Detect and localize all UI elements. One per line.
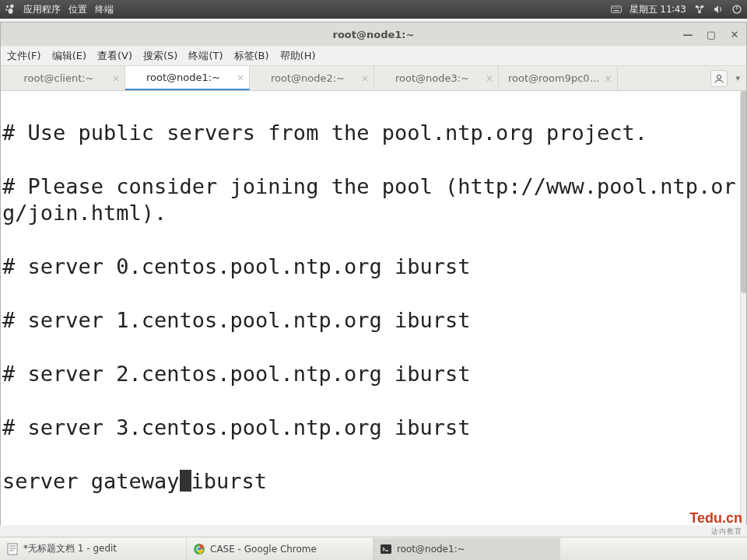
task-chrome[interactable]: CASE - Google Chrome: [187, 538, 374, 560]
svg-point-12: [698, 11, 701, 14]
term-line: # server 0.centos.pool.ntp.org iburst: [2, 254, 745, 281]
svg-rect-23: [381, 544, 391, 554]
svg-point-3: [9, 9, 13, 14]
svg-point-1: [6, 5, 9, 8]
task-label: CASE - Google Chrome: [210, 544, 317, 555]
tab-node1[interactable]: root@node1:~ ×: [125, 66, 250, 90]
menu-tabs[interactable]: 标签(B): [234, 49, 269, 63]
system-tray: 星期五 11∶43: [611, 3, 742, 16]
profile-icon[interactable]: [710, 70, 728, 87]
close-icon[interactable]: ×: [361, 73, 369, 84]
svg-rect-8: [618, 8, 619, 9]
tab-label: root@room9pc0…: [508, 72, 600, 84]
close-icon[interactable]: ×: [112, 73, 120, 84]
task-gedit[interactable]: *无标题文档 1 - gedit: [0, 538, 187, 560]
watermark: Tedu.cn 达内教育: [689, 510, 742, 537]
chevron-down-icon[interactable]: ▾: [735, 73, 740, 83]
power-icon[interactable]: [731, 4, 742, 15]
svg-rect-9: [613, 10, 619, 11]
term-line: # server 1.centos.pool.ntp.org iburst: [2, 307, 745, 334]
menu-edit[interactable]: 编辑(E): [52, 49, 86, 63]
term-line-cursor: server gatewayiburst: [2, 468, 745, 495]
panel-menu-apps[interactable]: 应用程序: [23, 3, 61, 16]
gedit-icon: [6, 543, 19, 555]
panel-clock[interactable]: 星期五 11∶43: [630, 3, 686, 16]
tab-label: root@node3:~: [395, 72, 469, 84]
term-line: # Use public servers from the pool.ntp.o…: [2, 120, 745, 147]
close-button[interactable]: ✕: [726, 26, 743, 43]
svg-rect-7: [616, 8, 617, 9]
window-title: root@node1:~: [1, 29, 746, 40]
tab-client[interactable]: root@client:~ ×: [1, 66, 125, 90]
terminal-content: # Use public servers from the pool.ntp.o…: [1, 91, 746, 525]
term-line: cmdallow 127.0.0.1 .: [2, 522, 745, 525]
scrollbar[interactable]: [740, 91, 746, 525]
minimize-button[interactable]: —: [679, 26, 696, 43]
tab-label: root@client:~: [23, 72, 93, 84]
panel-menu-places[interactable]: 位置: [68, 3, 87, 16]
svg-rect-6: [614, 8, 615, 9]
svg-point-2: [5, 9, 7, 10]
bottom-taskbar: *无标题文档 1 - gedit CASE - Google Chrome ro…: [0, 537, 747, 560]
task-label: root@node1:~: [397, 544, 465, 555]
menu-terminal[interactable]: 终端(T): [188, 49, 223, 63]
svg-rect-4: [611, 6, 621, 12]
maximize-button[interactable]: ▢: [703, 26, 720, 43]
close-icon[interactable]: ×: [237, 72, 244, 83]
menu-view[interactable]: 查看(V): [97, 49, 132, 63]
task-label: *无标题文档 1 - gedit: [23, 542, 117, 555]
menubar: 文件(F) 编辑(E) 查看(V) 搜索(S) 终端(T) 标签(B) 帮助(H…: [1, 46, 746, 66]
terminal-icon: [380, 543, 392, 555]
volume-icon[interactable]: [713, 4, 724, 15]
close-icon[interactable]: ×: [486, 73, 493, 84]
svg-point-15: [717, 75, 721, 79]
svg-rect-16: [8, 544, 17, 555]
menu-file[interactable]: 文件(F): [7, 49, 41, 63]
tab-label: root@node2:~: [271, 72, 345, 84]
menu-search[interactable]: 搜索(S): [143, 49, 177, 63]
menu-help[interactable]: 帮助(H): [280, 49, 316, 63]
tabbar: root@client:~ × root@node1:~ × root@node…: [1, 66, 746, 91]
close-icon[interactable]: ×: [605, 73, 612, 84]
task-terminal[interactable]: root@node1:~: [374, 538, 560, 560]
titlebar[interactable]: root@node1:~ — ▢ ✕: [1, 23, 746, 46]
term-line: # server 3.centos.pool.ntp.org iburst: [2, 415, 745, 442]
tab-node3[interactable]: root@node3:~ ×: [374, 66, 499, 90]
svg-rect-5: [612, 8, 613, 9]
terminal-viewport[interactable]: # Use public servers from the pool.ntp.o…: [1, 91, 746, 525]
text-cursor: [180, 470, 191, 492]
tab-node2[interactable]: root@node2:~ ×: [250, 66, 374, 90]
panel-menu-terminal[interactable]: 终端: [95, 3, 114, 16]
gnome-logo-icon: [5, 4, 16, 15]
network-icon[interactable]: [694, 4, 705, 15]
term-line: # Please consider joining the pool (http…: [2, 173, 745, 227]
scroll-thumb[interactable]: [741, 91, 746, 293]
tab-label: root@node1:~: [146, 72, 220, 83]
term-line: # server 2.centos.pool.ntp.org iburst: [2, 361, 745, 388]
svg-point-0: [10, 5, 14, 9]
terminal-window: root@node1:~ — ▢ ✕ 文件(F) 编辑(E) 查看(V) 搜索(…: [0, 22, 747, 525]
chrome-icon: [193, 543, 205, 555]
keyboard-icon[interactable]: [611, 4, 622, 15]
top-panel: 应用程序 位置 终端 星期五 11∶43: [0, 0, 747, 19]
tab-room9pc0[interactable]: root@room9pc0… ×: [499, 66, 618, 90]
